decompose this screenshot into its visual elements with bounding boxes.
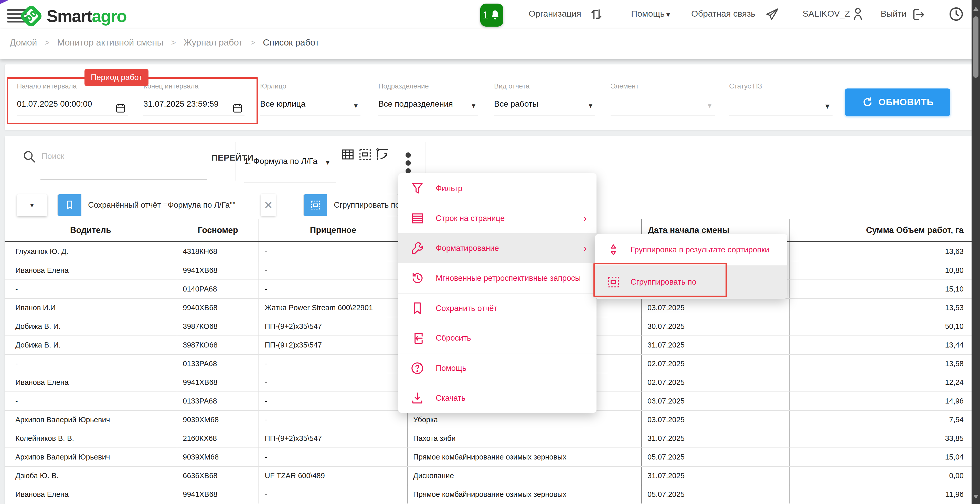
dropdown-caret-icon[interactable]: ▼ <box>706 102 713 109</box>
report-select-underline <box>244 182 336 183</box>
nav-help[interactable]: Помощь <box>631 9 665 19</box>
notification-bell[interactable]: 1 <box>480 3 503 27</box>
search-input[interactable] <box>41 151 205 161</box>
cell-sum: 13,58 <box>789 355 975 373</box>
nav-feedback[interactable]: Обратная связь <box>691 9 756 19</box>
nav-organization[interactable]: Организация <box>529 9 581 19</box>
vertical-scrollbar[interactable] <box>972 0 980 504</box>
menu-item-help[interactable]: Помощь <box>398 353 597 383</box>
scroll-down-icon[interactable] <box>974 495 978 499</box>
history-icon <box>410 271 425 286</box>
cell-trailer: ПП-(9+2)х35\547 <box>259 336 407 354</box>
remove-chip-button[interactable]: ✕ <box>261 194 276 216</box>
kebab-menu-button[interactable] <box>404 152 412 176</box>
cell-work: Пахота зяби <box>407 430 641 447</box>
breadcrumb-monitor[interactable]: Монитор активной смены <box>57 37 163 48</box>
logout-icon[interactable] <box>910 6 926 22</box>
submenu-item-group-sort[interactable]: Группировка в результате сортировки <box>595 234 787 265</box>
report-type-select[interactable]: Все работы <box>494 99 538 109</box>
cell-plate: 4318КН68 <box>177 242 259 261</box>
submenu-item-group-by[interactable]: Сгруппировать по <box>595 265 787 299</box>
interval-start-value[interactable]: 01.07.2025 00:00:00 <box>17 99 92 109</box>
cell-driver: Архипов Валерий Юрьевич <box>5 448 177 466</box>
cell-driver: Иванов И.И <box>5 299 177 317</box>
table-row[interactable]: Дзюба Ю. В. 6636ХВ68 UF TZAR 600\489 Дис… <box>5 466 975 485</box>
column-header-sum[interactable]: Сумма Объем работ, га <box>789 219 975 241</box>
cell-sum: 12,24 <box>789 373 975 391</box>
help-caret-icon[interactable]: ▼ <box>665 11 671 18</box>
logo-text-agro: agro <box>92 6 126 25</box>
group-by-icon[interactable] <box>358 147 372 162</box>
paper-plane-icon[interactable] <box>764 6 780 22</box>
cell-trailer: - <box>259 410 407 429</box>
table-row[interactable]: Иванова Елена 9941ХВ68 - Прямое комбайни… <box>5 485 975 504</box>
dropdown-caret-icon[interactable]: ▼ <box>353 102 359 109</box>
cell-trailer: - <box>259 355 407 373</box>
swap-arrows-icon[interactable] <box>589 6 604 22</box>
pivot-icon[interactable] <box>375 147 390 162</box>
division-label: Подразделение <box>379 82 429 90</box>
report-type-underline <box>494 116 595 116</box>
menu-item-download[interactable]: Скачать <box>398 383 597 413</box>
table-view-icon[interactable] <box>340 147 355 162</box>
column-header-plate[interactable]: Госномер <box>177 219 259 241</box>
cell-sum: 0,00 <box>789 467 975 485</box>
cell-date: 05.07.2025 <box>641 448 789 466</box>
cell-plate: 0133РА68 <box>177 355 259 373</box>
scroll-up-icon[interactable] <box>974 6 978 11</box>
user-icon[interactable] <box>850 6 866 22</box>
dropdown-caret-icon[interactable]: ▼ <box>587 102 594 109</box>
column-header-trailer[interactable]: Прицепное <box>259 219 407 241</box>
breadcrumb-separator-icon: > <box>250 38 255 47</box>
nav-logout[interactable]: Выйти <box>881 9 907 19</box>
calendar-icon[interactable] <box>232 102 243 114</box>
table-row[interactable]: Архипов Валерий Юрьевич 9039ХМ68 - Прямо… <box>5 447 975 466</box>
cell-plate: 9940ХВ68 <box>177 299 259 317</box>
sort-group-icon <box>606 243 620 257</box>
cell-driver: Добижа В. И. <box>5 336 177 354</box>
dropdown-caret-icon[interactable]: ▼ <box>471 102 477 109</box>
legal-entity-select[interactable]: Все юрлица <box>260 99 305 109</box>
table-row[interactable]: Архипов Валерий Юрьевич 9039ХМ68 - Уборк… <box>5 410 975 429</box>
app-logo[interactable]: Smartagro <box>19 5 126 28</box>
division-select[interactable]: Все подразделения <box>379 99 453 109</box>
interval-end-value[interactable]: 31.07.2025 23:59:59 <box>143 99 219 109</box>
rows-icon <box>410 211 425 226</box>
cell-sum: 15,04 <box>789 448 975 466</box>
nav-username[interactable]: SALIKOV_Z <box>803 9 850 19</box>
menu-item-save-report[interactable]: Сохранить отчёт <box>398 293 597 323</box>
menu-item-rows-per-page[interactable]: Строк на странице › <box>398 203 597 233</box>
cell-date: 30.07.2025 <box>641 317 789 336</box>
cell-date: 03.07.2025 <box>641 410 789 429</box>
column-header-driver[interactable]: Водитель <box>5 219 177 241</box>
cell-date: 03.07.2025 <box>641 299 789 317</box>
chip-dropdown-button[interactable]: ▼ <box>17 194 47 216</box>
clock-icon[interactable] <box>948 6 965 22</box>
menu-item-reset[interactable]: Сбросить <box>398 323 597 353</box>
menu-item-filter[interactable]: Фильтр <box>398 173 597 203</box>
refresh-button-label: ОБНОВИТЬ <box>878 97 934 108</box>
scrollbar-thumb[interactable] <box>973 16 978 78</box>
cell-plate: 9941ХВ68 <box>177 485 259 504</box>
cell-trailer: UF TZAR 600\489 <box>259 467 407 485</box>
dropdown-caret-icon[interactable]: ▼ <box>325 159 331 166</box>
cell-sum: 10,80 <box>789 262 975 279</box>
report-select[interactable]: 1. Формула по Л/Га <box>244 157 317 166</box>
wrench-icon <box>410 241 425 256</box>
cell-driver: - <box>5 392 177 410</box>
download-icon <box>410 390 425 406</box>
group-by-chip[interactable]: Сгруппировать по <box>303 194 399 216</box>
cell-date: 05.07.2025 <box>641 485 789 504</box>
cell-trailer: ПП-(9+2)х35\547 <box>259 430 407 447</box>
breadcrumb-journal[interactable]: Журнал работ <box>183 37 243 48</box>
menu-item-flashback-queries[interactable]: Мгновенные ретроспективные запросы <box>398 263 597 293</box>
calendar-icon[interactable] <box>115 102 126 114</box>
cell-sum: 13,63 <box>789 242 975 261</box>
refresh-button[interactable]: ОБНОВИТЬ <box>845 89 950 116</box>
saved-report-chip[interactable]: Сохранённый отчёт =Формула по Л/Га"" <box>57 194 274 216</box>
filter-icon <box>410 181 425 196</box>
breadcrumb-home[interactable]: Домой <box>10 37 37 48</box>
menu-item-formatting[interactable]: Форматирование › <box>398 233 597 263</box>
table-row[interactable]: Колейников В. В. 2160КХ68 ПП-(9+2)х35\54… <box>5 429 975 447</box>
dropdown-caret-icon[interactable]: ▼ <box>824 102 831 111</box>
